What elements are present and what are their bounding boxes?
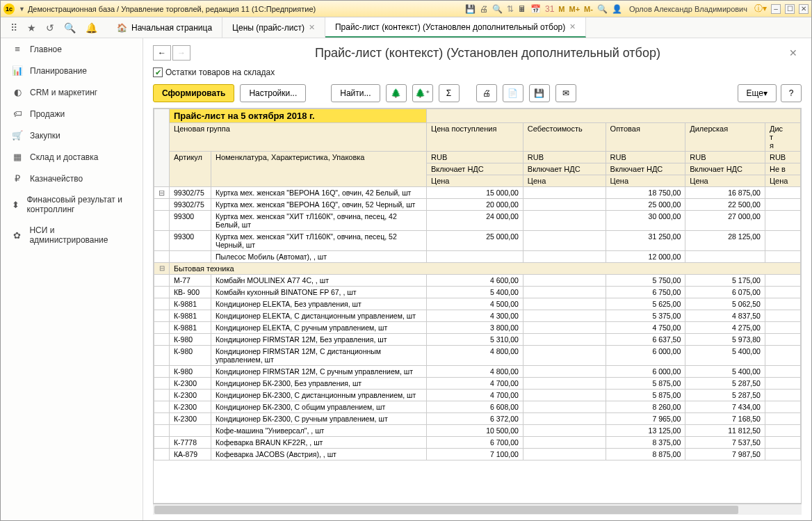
sidebar-item-label: Главное [30,45,62,54]
dropdown-icon[interactable]: ▼ [19,6,25,13]
sidebar-item-label: Продажи [30,109,65,119]
toolbar: Сформировать Настройки... Найти... 🌲 🌲⁺ … [153,84,802,102]
email-button[interactable]: ✉ [555,84,576,102]
sidebar-item-purchases[interactable]: 🛒Закупки [1,125,143,146]
maximize-button[interactable]: ☐ [785,4,795,14]
generate-button[interactable]: Сформировать [153,84,234,102]
calc-icon[interactable]: 🖩 [518,4,526,14]
close-icon[interactable]: ✕ [569,22,576,31]
col-article: Артикул [170,152,211,187]
table-row[interactable]: КА-879Кофеварка JACOBS (Австрия), , шт 7… [154,449,801,460]
save-icon[interactable]: 💾 [465,4,476,14]
table-row[interactable]: К-7778Кофеварка BRAUN KF22R, , шт 6 700,… [154,437,801,449]
title-tools: 💾 🖨 🔍 ⇅ 🖩 📅 31 M M+ M- 🔍 👤 Орлов Алексан… [465,3,809,15]
history-icon[interactable]: ↺ [46,22,54,33]
compare-icon[interactable]: ⇅ [507,4,514,14]
info-icon[interactable]: ⓘ▾ [754,3,767,15]
menu-icon: ≡ [12,44,23,54]
table-row[interactable]: К-2300Кондиционер БК-2300, Без управлени… [154,378,801,390]
sidebar-item-crm[interactable]: ◐CRM и маркетинг [1,81,143,103]
calendar-icon[interactable]: 📅 [530,4,541,14]
sidebar-item-sales[interactable]: 🏷Продажи [1,103,143,125]
table-row[interactable]: 99300Куртка мех. женская "ХИТ тЛ160К", о… [154,211,801,231]
table-row[interactable]: К-980Кондиционер FIRMSTAR 12M, С ручным … [154,366,801,378]
find-button[interactable]: Найти... [331,84,380,102]
checkbox-row: ✔ Остатки товаров на складах [153,67,802,77]
table-row[interactable]: К-9881Кондиционер ELEKTA, С дистанционны… [154,310,801,322]
settings-button[interactable]: Настройки... [240,84,306,102]
close-page-button[interactable]: ✕ [785,47,802,58]
table-row[interactable]: 99300Куртка мех. женская "ХИТ тЛ160К", о… [154,231,801,251]
table-row[interactable]: К-9881Кондиционер ELEKTA, Без управления… [154,298,801,310]
date-icon[interactable]: 31 [545,4,554,14]
memory-mminus-icon[interactable]: M- [584,5,593,13]
search-icon[interactable]: 🔍 [64,22,76,33]
bars-icon: ⬍ [12,200,19,210]
apps-icon[interactable]: ⠿ [10,22,17,33]
print-button[interactable]: 🖨 [476,84,497,102]
sidebar-item-warehouse[interactable]: ▦Склад и доставка [1,146,143,168]
close-button[interactable]: ✕ [799,4,809,14]
user-icon[interactable]: 👤 [612,4,622,14]
sidebar-item-planning[interactable]: 📊Планирование [1,60,143,81]
table-row[interactable]: К-2300Кондиционер БК-2300, С дистанционн… [154,390,801,401]
sum-button[interactable]: Σ [439,84,460,102]
table-row[interactable]: Кофе-машина "Универсал", , шт 10 500,00 … [154,425,801,437]
more-button[interactable]: Еще ▾ [738,84,777,102]
stock-checkbox[interactable]: ✔ [153,67,163,77]
print-icon[interactable]: 🖨 [480,4,488,14]
col-wholesale: Оптовая [606,123,685,152]
sidebar-item-nsi[interactable]: ✿НСИ и администрирование [1,220,143,250]
back-button[interactable]: ← [153,45,171,61]
minimize-button[interactable]: – [771,4,781,14]
collapse-tree-button[interactable]: 🌲⁺ [412,84,433,102]
zoom-icon[interactable]: 🔍 [597,4,608,14]
table-row[interactable]: Пылесос Мобиль (Автомат), , шт 12 000,00 [154,251,801,263]
content: ← → Прайс-лист (контекст) (Установлен до… [143,38,811,521]
tab-home[interactable]: 🏠 Начальная страница [107,17,222,38]
col-price-in: Цена поступления [427,123,523,152]
expand-tree-button[interactable]: 🌲 [386,84,407,102]
horizontal-scrollbar[interactable] [153,504,802,515]
warehouse-icon: ▦ [12,152,23,162]
help-button[interactable]: ? [781,84,802,102]
export-button[interactable]: 📄 [503,84,523,102]
close-icon[interactable]: ✕ [309,23,315,32]
save-button[interactable]: 💾 [529,84,550,102]
memory-m-icon[interactable]: M [558,5,565,13]
nav-arrows: ← → [153,45,190,61]
table-row[interactable]: К-9881Кондиционер ELEKTA, С ручным управ… [154,322,801,334]
nav-row: ⠿ ★ ↺ 🔍 🔔 🏠 Начальная страница Цены (пра… [1,17,811,38]
sidebar-item-label: НСИ и администрирование [29,225,131,245]
window-title: Демонстрационная база / Управление торго… [28,5,465,13]
sidebar-item-label: Казначейство [30,174,83,184]
tab-pricelist-label: Прайс-лист (контекст) (Установлен дополн… [335,22,565,32]
table-row[interactable]: К-2300Кондиционер БК-2300, С ручным упра… [154,413,801,425]
table-row[interactable]: М-77Комбайн MOULINEX А77 4С, , шт 4 600,… [154,275,801,287]
col-dealer: Дилерская [685,123,765,152]
sidebar-item-finresult[interactable]: ⬍Финансовый результат и контроллинг [1,189,143,220]
forward-button[interactable]: → [172,45,190,61]
nav-tabs: 🏠 Начальная страница Цены (прайс-лист) ✕… [107,17,586,38]
bell-icon[interactable]: 🔔 [86,22,97,33]
home-icon: 🏠 [117,23,127,33]
stock-checkbox-label: Остатки товаров на складах [165,67,275,77]
table-row[interactable]: КВ- 900Комбайн кухонный BINATONE FP 67, … [154,287,801,298]
table-row[interactable]: К-2300Кондиционер БК-2300, С общим управ… [154,401,801,413]
grid-wrap[interactable]: Прайс-лист на 5 октября 2018 г. Ценовая … [153,108,802,504]
sidebar-item-treasury[interactable]: ₽Казначейство [1,168,143,189]
table-row[interactable]: ⊟ 99302/75Куртка мех. женская "ВЕРОНА 16… [154,187,801,199]
memory-mplus-icon[interactable]: M+ [569,5,580,13]
preview-icon[interactable]: 🔍 [492,4,503,14]
titlebar: 1c ▼ Демонстрационная база / Управление … [1,1,811,17]
table-row[interactable]: К-980Кондиционер FIRMSTAR 12M, Без управ… [154,334,801,346]
ruble-icon: ₽ [12,173,23,184]
sidebar-item-main[interactable]: ≡Главное [1,38,143,60]
tab-prices[interactable]: Цены (прайс-лист) ✕ [222,17,325,38]
star-icon[interactable]: ★ [27,22,36,33]
table-row[interactable]: К-980Кондиционер FIRMSTAR 12M, С дистанц… [154,346,801,366]
content-header: ← → Прайс-лист (контекст) (Установлен до… [153,45,802,61]
table-row[interactable]: 99302/75Куртка мех. женская "ВЕРОНА 16Q"… [154,199,801,211]
group-row[interactable]: ⊟Бытовая техника [154,263,801,275]
tab-pricelist[interactable]: Прайс-лист (контекст) (Установлен дополн… [325,17,586,38]
